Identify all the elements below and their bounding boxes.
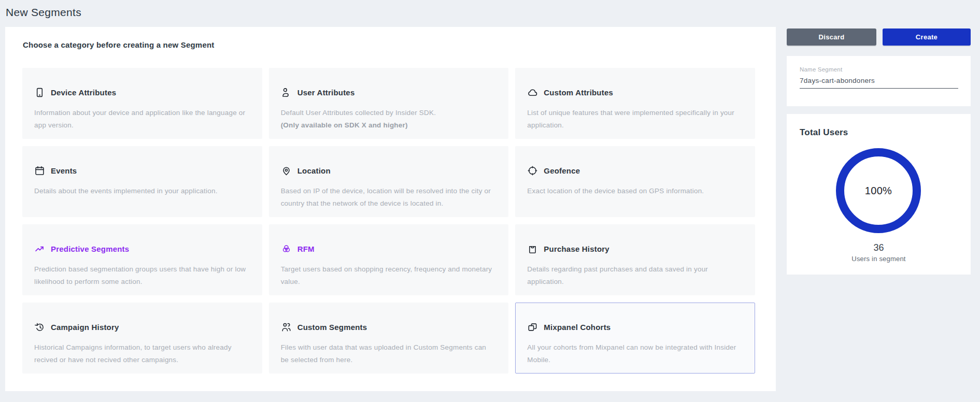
category-description: Default User Attributes collected by Ins… [281,107,495,132]
category-card-rfm[interactable]: RFM Target users based on shopping recen… [269,224,509,295]
category-title: RFM [297,245,315,253]
donut-percentage-label: 100% [832,144,925,237]
category-card-mixpanel-cohorts[interactable]: Mixpanel Cohorts All your cohorts from M… [515,303,755,374]
category-card-device-attributes[interactable]: Device Attributes Information about your… [22,68,262,139]
category-card-custom-segments[interactable]: Custom Segments Files with user data tha… [269,303,509,374]
category-description: List of unique features that were implem… [527,107,741,132]
users-count: 36 [787,242,971,253]
page-title: New Segments [6,6,81,19]
category-title: Device Attributes [51,88,116,97]
category-title: Events [51,166,77,175]
category-title: Geofence [544,166,580,175]
cloud-icon [527,87,538,98]
name-segment-input[interactable] [800,77,958,89]
category-title: User Attributes [297,88,355,97]
category-card-events[interactable]: Events Details about the events implemen… [22,146,262,217]
discard-button[interactable]: Discard [787,28,876,46]
category-card-location[interactable]: Location Based on IP of the device, loca… [269,146,509,217]
trending-up-icon [34,243,45,254]
category-title: Custom Segments [297,323,367,332]
panel-heading: Choose a category before creating a new … [23,40,215,49]
category-grid: Device Attributes Information about your… [22,68,755,374]
venn-diagram-icon [281,243,292,254]
category-title: Custom Attributes [544,88,613,97]
user-icon [281,87,292,98]
create-button[interactable]: Create [883,28,971,46]
category-description: All your cohorts from Mixpanel can now b… [527,341,741,366]
category-card-geofence[interactable]: Geofence Exact location of the device ba… [515,146,755,217]
category-title: Mixpanel Cohorts [544,323,610,332]
category-description: Historical Campaigns information, to tar… [34,341,248,366]
category-card-user-attributes[interactable]: User Attributes Default User Attributes … [269,68,509,139]
category-title: Campaign History [51,323,119,332]
device-icon [34,87,45,98]
total-users-card: Total Users 100% 36 Users in segment [787,114,971,275]
location-pin-icon [281,165,292,176]
total-users-donut-chart: 100% [832,144,925,237]
category-card-predictive-segments[interactable]: Predictive Segments Prediction based seg… [22,224,262,295]
category-description: Based on IP of the device, location will… [281,185,495,210]
category-description: Exact location of the device based on GP… [527,185,741,197]
category-description: Prediction based segmentation groups use… [34,263,248,288]
shopping-bag-icon [527,243,538,254]
name-segment-label: Name Segment [800,66,842,73]
history-clock-icon [34,322,45,333]
total-users-heading: Total Users [800,127,848,138]
geofence-crosshair-icon [527,165,538,176]
category-card-purchase-history[interactable]: Purchase History Details regarding past … [515,224,755,295]
category-card-custom-attributes[interactable]: Custom Attributes List of unique feature… [515,68,755,139]
category-title: Predictive Segments [51,245,129,253]
linked-squares-icon [527,322,538,333]
category-title: Location [297,166,331,175]
category-description: Details regarding past purchases and dat… [527,263,741,288]
category-panel: Choose a category before creating a new … [5,27,776,391]
users-count-caption: Users in segment [787,255,971,263]
category-title: Purchase History [544,245,609,253]
category-card-campaign-history[interactable]: Campaign History Historical Campaigns in… [22,303,262,374]
category-description: Information about your device and applic… [34,107,248,132]
category-description: Files with user data that was uploaded i… [281,341,495,366]
category-description: Details about the events implemented in … [34,185,248,197]
name-segment-card: Name Segment [787,56,971,106]
users-icon [281,322,292,333]
category-description: Target users based on shopping recency, … [281,263,495,288]
calendar-icon [34,165,45,176]
